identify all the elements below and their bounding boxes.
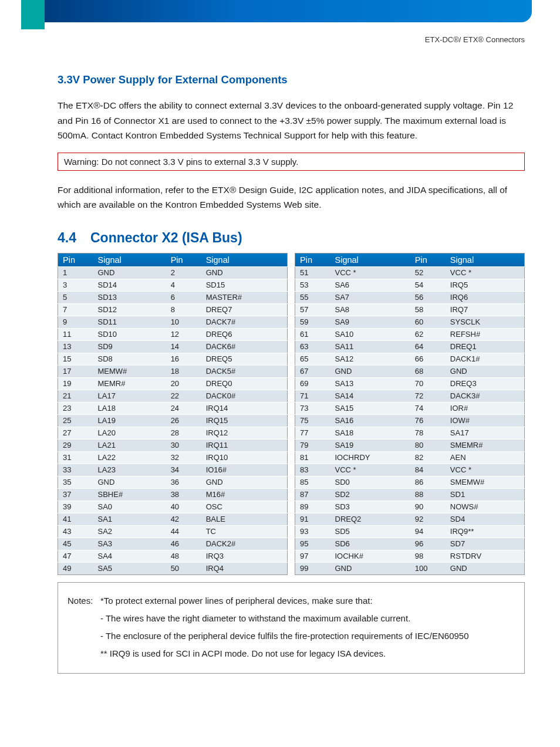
- pin-cell: 92: [410, 513, 446, 525]
- pin-cell: 87: [295, 488, 330, 501]
- pin-cell: 5: [58, 291, 93, 303]
- section-title: Connector X2 (ISA Bus): [90, 230, 242, 245]
- signal-cell: SA17: [446, 427, 525, 439]
- table-row: 3SD144SD15: [58, 279, 288, 291]
- table-row: 19MEMR#20DREQ0: [58, 377, 288, 390]
- pin-cell: 94: [410, 525, 446, 538]
- pin-cell: 40: [166, 501, 201, 513]
- table-row: 35GND36GND: [58, 476, 288, 488]
- pin-cell: 9: [58, 316, 93, 328]
- pin-cell: 57: [295, 303, 330, 316]
- signal-cell: LA17: [93, 390, 166, 402]
- notes-box: Notes:*To protect external power lines o…: [58, 582, 525, 674]
- pin-cell: 93: [295, 525, 330, 538]
- table-row: 39SA040OSC: [58, 501, 288, 513]
- signal-cell: GND: [330, 365, 410, 377]
- signal-cell: SMEMW#: [446, 476, 525, 488]
- signal-cell: GND: [93, 266, 166, 279]
- pin-cell: 45: [58, 538, 93, 550]
- pin-cell: 3: [58, 279, 93, 291]
- table-row: 43SA244TC: [58, 525, 288, 538]
- signal-cell: IOCHK#: [330, 550, 410, 562]
- pin-cell: 88: [410, 488, 446, 501]
- signal-cell: SA8: [330, 303, 410, 316]
- pin-cell: 83: [295, 464, 330, 476]
- pin-cell: 42: [166, 513, 201, 525]
- signal-cell: VCC *: [330, 464, 410, 476]
- th-pin: Pin: [58, 253, 93, 266]
- table-row: 33LA2334IO16#: [58, 464, 288, 476]
- pin-cell: 48: [166, 550, 201, 562]
- pin-cell: 30: [166, 439, 201, 451]
- pin-cell: 1: [58, 266, 93, 279]
- signal-cell: DREQ1: [446, 340, 525, 353]
- signal-cell: SA2: [93, 525, 166, 538]
- signal-cell: SYSCLK: [446, 316, 525, 328]
- pin-cell: 71: [295, 390, 330, 402]
- signal-cell: SA7: [330, 291, 410, 303]
- signal-cell: VCC *: [330, 266, 410, 279]
- pin-cell: 21: [58, 390, 93, 402]
- table-row: 95SD696SD7: [295, 538, 525, 550]
- table-row: 93SD594IRQ9**: [295, 525, 525, 538]
- signal-cell: VCC *: [446, 464, 525, 476]
- signal-cell: DREQ3: [446, 377, 525, 390]
- pin-cell: 89: [295, 501, 330, 513]
- table-row: 47SA448IRQ3: [58, 550, 288, 562]
- signal-cell: DACK6#: [201, 340, 288, 353]
- signal-cell: SA18: [330, 427, 410, 439]
- pin-cell: 69: [295, 377, 330, 390]
- table-row: 91DREQ292SD4: [295, 513, 525, 525]
- section-heading: 4.4Connector X2 (ISA Bus): [58, 230, 525, 246]
- signal-cell: SD0: [330, 476, 410, 488]
- pin-cell: 60: [410, 316, 446, 328]
- th-pin: Pin: [166, 253, 201, 266]
- table-row: 87SD288SD1: [295, 488, 525, 501]
- signal-cell: SMEMR#: [446, 439, 525, 451]
- pin-cell: 22: [166, 390, 201, 402]
- table-row: 11SD1012DREQ6: [58, 328, 288, 340]
- signal-cell: SA14: [330, 390, 410, 402]
- table-row: 67GND68GND: [295, 365, 525, 377]
- pin-cell: 43: [58, 525, 93, 538]
- signal-cell: DREQ7: [201, 303, 288, 316]
- pin-cell: 65: [295, 353, 330, 365]
- table-row: 79SA1980SMEMR#: [295, 439, 525, 451]
- paragraph: For additional information, refer to the…: [58, 182, 525, 212]
- pin-cell: 46: [166, 538, 201, 550]
- pin-cell: 63: [295, 340, 330, 353]
- pin-cell: 28: [166, 427, 201, 439]
- pin-cell: 79: [295, 439, 330, 451]
- signal-cell: IRQ14: [201, 402, 288, 414]
- th-pin: Pin: [295, 253, 330, 266]
- pin-cell: 51: [295, 266, 330, 279]
- signal-cell: GND: [446, 365, 525, 377]
- pin-cell: 72: [410, 390, 446, 402]
- notes-line: *To protect external power lines of peri…: [100, 596, 373, 606]
- pin-cell: 17: [58, 365, 93, 377]
- table-row: 75SA1676IOW#: [295, 414, 525, 427]
- signal-cell: IRQ7: [446, 303, 525, 316]
- table-row: 59SA960SYSCLK: [295, 316, 525, 328]
- pin-cell: 98: [410, 550, 446, 562]
- signal-cell: SBHE#: [93, 488, 166, 501]
- table-row: 1GND2GND: [58, 266, 288, 279]
- corner-tab: [21, 0, 45, 29]
- signal-cell: SA5: [93, 562, 166, 574]
- signal-cell: SA12: [330, 353, 410, 365]
- pin-cell: 95: [295, 538, 330, 550]
- table-row: 55SA756IRQ6: [295, 291, 525, 303]
- warning-box: Warning: Do not connect 3.3 V pins to ex…: [58, 153, 525, 171]
- signal-cell: MEMR#: [93, 377, 166, 390]
- signal-cell: SA13: [330, 377, 410, 390]
- signal-cell: GND: [201, 266, 288, 279]
- signal-cell: DACK0#: [201, 390, 288, 402]
- signal-cell: MASTER#: [201, 291, 288, 303]
- signal-cell: OSC: [201, 501, 288, 513]
- pin-cell: 99: [295, 562, 330, 574]
- pin-cell: 75: [295, 414, 330, 427]
- pin-cell: 78: [410, 427, 446, 439]
- pin-cell: 20: [166, 377, 201, 390]
- pin-cell: 47: [58, 550, 93, 562]
- header-bar: [34, 0, 532, 22]
